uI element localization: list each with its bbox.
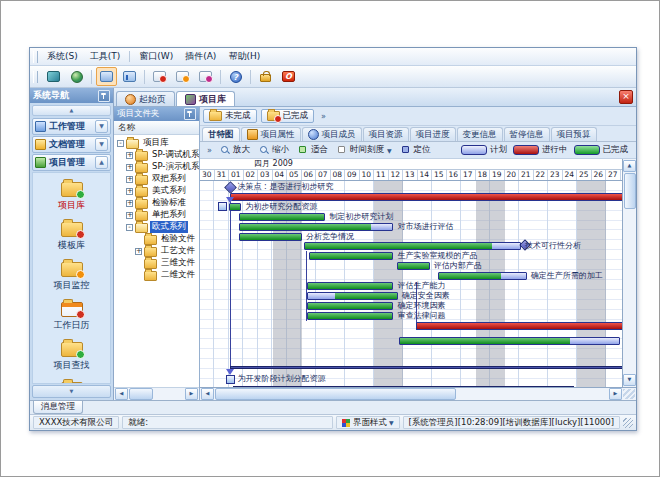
task-bar[interactable] — [307, 302, 393, 310]
tool-0-button[interactable]: 放大 — [218, 143, 253, 157]
gantt-tab-6[interactable]: 暂停信息 — [504, 127, 550, 141]
gantt-hscroll-thumb[interactable] — [215, 388, 456, 400]
sidebar-item-5[interactable]: 任务查找 — [54, 378, 90, 384]
task-bar[interactable] — [307, 282, 393, 290]
lock-icon-button[interactable] — [255, 67, 276, 86]
report-pink-icon-button[interactable] — [195, 67, 216, 86]
tree-item-3[interactable]: +双把系列 — [114, 173, 199, 185]
gantt-tab-5[interactable]: 变更信息 — [457, 127, 503, 141]
power-icon-button[interactable] — [278, 67, 299, 86]
filter-incomplete-button[interactable]: 未完成 — [203, 109, 257, 123]
window-resize-grip-icon[interactable] — [623, 418, 633, 428]
expand-icon[interactable]: + — [126, 200, 133, 207]
gantt-vscrollbar[interactable]: ▲ ▼ — [622, 159, 636, 387]
tree-hscroll-thumb[interactable] — [129, 388, 153, 400]
nav-scroll-up[interactable]: ▲ — [32, 105, 111, 116]
chevron-down-icon[interactable]: ▼ — [95, 138, 108, 151]
task-bar[interactable] — [230, 193, 622, 201]
menu-item-1[interactable]: 工具(T) — [84, 49, 127, 64]
tool-3-button[interactable]: 时间刻度▼ — [335, 143, 395, 157]
toolbar-grip[interactable] — [33, 71, 38, 83]
gantt-vscroll-thumb[interactable] — [624, 173, 636, 209]
tree-item-4[interactable]: +美式系列 — [114, 185, 199, 197]
tree-item-1[interactable]: +SP-调试机系 — [114, 149, 199, 161]
menu-item-2[interactable]: 窗口(W) — [133, 49, 179, 64]
milestone-diamond[interactable] — [225, 181, 238, 194]
screen-icon-button[interactable] — [43, 67, 64, 86]
tree-item-8[interactable]: 检验文件 — [114, 233, 199, 245]
chevron-up-icon[interactable]: ▲ — [95, 156, 108, 169]
tree-item-5[interactable]: +检验标准 — [114, 197, 199, 209]
task-bar[interactable] — [399, 337, 620, 345]
nav-scroll-down[interactable]: ▼ — [32, 385, 111, 398]
sidebar-group-2[interactable]: 项目管理▲ — [32, 154, 111, 171]
interface-style-button[interactable]: 界面样式 ▼ — [336, 416, 400, 429]
tree-column-header[interactable]: 名称 — [114, 121, 199, 135]
pin-icon[interactable] — [98, 90, 110, 102]
expand-icon[interactable]: + — [126, 212, 133, 219]
task-bar[interactable] — [229, 203, 241, 211]
tool-1-button[interactable]: 缩小 — [257, 143, 292, 157]
gantt-tab-1[interactable]: 项目属性 — [241, 127, 301, 141]
expand-icon[interactable]: + — [135, 248, 142, 255]
task-bar[interactable] — [307, 312, 393, 320]
report-orange-icon-button[interactable] — [172, 67, 193, 86]
tree-item-9[interactable]: +工艺文件 — [114, 245, 199, 257]
tree-item-0[interactable]: -项目库 — [114, 137, 199, 149]
scroll-left-icon[interactable]: ◀ — [115, 388, 128, 400]
tree-item-2[interactable]: +SP-演示机系 — [114, 161, 199, 173]
gantt-chart[interactable]: 决策点 : 是否进行初步研究为初步研究分配资源制定初步研究计划对市场进行评估分析… — [200, 181, 622, 387]
expand-icon[interactable]: + — [126, 152, 133, 159]
gantt-tab-2[interactable]: 项目成员 — [302, 127, 362, 141]
sidebar-group-1[interactable]: 文档管理▼ — [32, 136, 111, 153]
task-bar[interactable] — [239, 233, 302, 241]
gantt-tab-7[interactable]: 项目预算 — [551, 127, 597, 141]
chevron-down-icon[interactable]: ▼ — [95, 120, 108, 133]
toolbar-overflow-chevron-icon[interactable]: » — [204, 146, 215, 155]
doc-tab-0[interactable]: 起始页 — [116, 91, 175, 106]
tool-4-button[interactable]: 定位 — [399, 143, 434, 157]
tree-item-10[interactable]: 三维文件 — [114, 257, 199, 269]
scroll-left-icon[interactable]: ◀ — [201, 388, 214, 400]
task-bar[interactable] — [307, 292, 397, 300]
collapse-icon[interactable]: - — [126, 224, 133, 231]
scroll-right-icon[interactable]: ▶ — [185, 388, 198, 400]
resize-grip[interactable] — [623, 389, 635, 399]
task-bar[interactable] — [438, 272, 527, 280]
tree-item-7[interactable]: -欧式系列 — [114, 221, 199, 233]
task-bar[interactable] — [304, 242, 521, 250]
close-tab-button[interactable]: × — [619, 90, 633, 104]
sidebar-group-0[interactable]: 工作管理▼ — [32, 118, 111, 135]
doc-tab-1[interactable]: 项目库 — [176, 91, 235, 106]
scroll-right-icon[interactable]: ▶ — [609, 388, 622, 400]
pin-icon[interactable] — [184, 108, 196, 120]
tree-hscrollbar[interactable]: ◀ ▶ — [114, 387, 199, 400]
sidebar-item-4[interactable]: 项目查找 — [54, 338, 90, 372]
project-chart-icon-button[interactable] — [119, 67, 140, 86]
expand-icon[interactable]: + — [126, 164, 133, 171]
expand-icon[interactable]: + — [126, 176, 133, 183]
scroll-down-icon[interactable]: ▼ — [623, 374, 636, 386]
report-red-icon-button[interactable] — [149, 67, 170, 86]
sidebar-item-0[interactable]: 项目库 — [58, 178, 85, 212]
task-bar[interactable] — [416, 322, 622, 330]
gantt-tab-3[interactable]: 项目资源 — [363, 127, 409, 141]
task-bar[interactable] — [239, 223, 393, 231]
tree-item-11[interactable]: 二维文件 — [114, 269, 199, 281]
tab-message-management[interactable]: 消息管理 — [33, 401, 83, 414]
menu-item-0[interactable]: 系统(S) — [41, 49, 84, 64]
task-bar[interactable] — [309, 252, 394, 260]
sidebar-item-1[interactable]: 模板库 — [58, 218, 85, 252]
filter-overflow-chevron-icon[interactable]: » — [318, 112, 329, 121]
tool-2-button[interactable]: 适合 — [296, 143, 331, 157]
task-bar[interactable] — [239, 213, 325, 221]
globe-icon-button[interactable] — [66, 67, 87, 86]
collapse-icon[interactable]: - — [117, 140, 124, 147]
tree-item-6[interactable]: +单把系列 — [114, 209, 199, 221]
gantt-tab-4[interactable]: 项目进度 — [410, 127, 456, 141]
scroll-up-icon[interactable]: ▲ — [623, 160, 636, 172]
sidebar-item-2[interactable]: 项目监控 — [54, 258, 90, 292]
filter-complete-button[interactable]: 已完成 — [261, 109, 315, 123]
expand-icon[interactable]: + — [126, 188, 133, 195]
menu-item-4[interactable]: 帮助(H) — [222, 49, 266, 64]
